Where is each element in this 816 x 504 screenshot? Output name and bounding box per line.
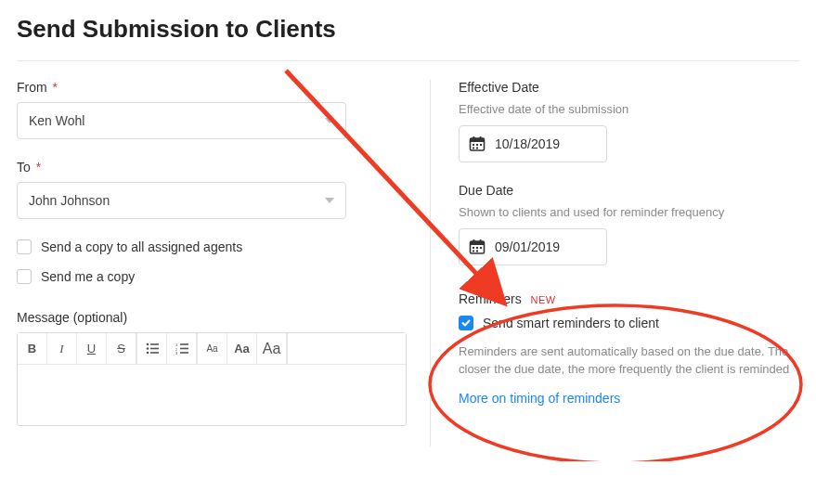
- svg-rect-1: [150, 343, 159, 345]
- right-column: Effective Date Effective date of the sub…: [430, 80, 799, 446]
- svg-rect-22: [471, 241, 485, 245]
- text-large-button[interactable]: Aa: [257, 333, 287, 364]
- svg-rect-23: [473, 239, 475, 242]
- message-label: Message (optional): [17, 310, 402, 325]
- svg-rect-9: [180, 348, 188, 350]
- bold-button[interactable]: B: [18, 333, 47, 364]
- required-asterisk: *: [53, 80, 58, 95]
- svg-rect-3: [150, 348, 159, 350]
- copy-agents-label: Send a copy to all assigned agents: [41, 239, 242, 254]
- svg-text:3: 3: [175, 351, 178, 355]
- strikethrough-button[interactable]: S: [107, 333, 136, 364]
- to-value: John Johnson: [29, 193, 110, 208]
- reminders-label: Reminders NEW: [459, 291, 799, 306]
- due-date-label: Due Date: [459, 183, 799, 198]
- calendar-icon: [469, 136, 486, 152]
- message-editor: B I U S: [17, 332, 407, 426]
- effective-date-value: 10/18/2019: [495, 136, 560, 151]
- svg-rect-11: [180, 352, 188, 354]
- svg-rect-26: [476, 247, 478, 249]
- due-date-sub: Shown to clients and used for reminder f…: [459, 205, 799, 219]
- svg-rect-20: [476, 148, 478, 149]
- left-column: From * Ken Wohl To * John Johnson Send a…: [17, 80, 430, 446]
- numbered-list-icon: 1 2 3: [175, 342, 188, 355]
- new-badge: NEW: [531, 294, 556, 305]
- smart-reminders-checkbox-row[interactable]: Send smart reminders to client: [459, 316, 799, 330]
- italic-button[interactable]: I: [47, 333, 77, 364]
- chevron-down-icon: [325, 198, 334, 203]
- copy-me-checkbox-row[interactable]: Send me a copy: [17, 269, 402, 284]
- effective-date-sub: Effective date of the submission: [459, 102, 799, 116]
- due-date-input[interactable]: 09/01/2019: [459, 228, 607, 265]
- copy-agents-checkbox-row[interactable]: Send a copy to all assigned agents: [17, 239, 402, 254]
- underline-button[interactable]: U: [77, 333, 107, 364]
- to-label: To *: [17, 160, 402, 174]
- svg-rect-13: [471, 138, 485, 142]
- effective-date-label: Effective Date: [459, 80, 799, 95]
- svg-rect-29: [476, 251, 478, 252]
- svg-point-2: [146, 347, 149, 350]
- svg-rect-17: [476, 144, 478, 146]
- svg-rect-28: [473, 251, 474, 252]
- message-textarea[interactable]: [18, 365, 406, 425]
- svg-rect-7: [180, 343, 188, 345]
- from-label: From *: [17, 80, 402, 95]
- effective-date-input[interactable]: 10/18/2019: [459, 125, 607, 162]
- checkbox-unchecked-icon: [17, 269, 32, 284]
- svg-rect-19: [473, 148, 474, 149]
- editor-toolbar: B I U S: [18, 333, 406, 365]
- due-date-value: 09/01/2019: [495, 239, 560, 254]
- chevron-down-icon: [325, 118, 334, 123]
- svg-rect-24: [480, 239, 482, 242]
- bullet-list-icon: [146, 342, 159, 355]
- svg-rect-16: [473, 144, 474, 146]
- svg-rect-14: [473, 136, 475, 139]
- svg-rect-25: [473, 247, 474, 249]
- reminders-label-text: Reminders: [459, 291, 522, 306]
- page-title: Send Submission to Clients: [17, 15, 799, 44]
- calendar-icon: [469, 239, 486, 255]
- svg-rect-15: [480, 136, 482, 139]
- bullet-list-button[interactable]: [137, 333, 167, 364]
- to-select[interactable]: John Johnson: [17, 182, 346, 219]
- checkbox-unchecked-icon: [17, 239, 32, 254]
- smart-reminders-label: Send smart reminders to client: [483, 316, 659, 330]
- from-label-text: From: [17, 80, 47, 95]
- svg-rect-18: [480, 144, 482, 146]
- svg-rect-27: [480, 247, 482, 249]
- from-value: Ken Wohl: [29, 113, 84, 128]
- numbered-list-button[interactable]: 1 2 3: [167, 333, 197, 364]
- reminders-more-link[interactable]: More on timing of reminders: [459, 391, 620, 406]
- from-select[interactable]: Ken Wohl: [17, 102, 346, 139]
- svg-point-4: [146, 352, 149, 355]
- svg-point-0: [146, 343, 149, 346]
- copy-me-label: Send me a copy: [41, 269, 135, 284]
- text-medium-button[interactable]: Aa: [227, 333, 257, 364]
- svg-rect-5: [150, 352, 159, 354]
- required-asterisk: *: [36, 160, 41, 174]
- checkbox-checked-icon: [459, 316, 473, 330]
- divider: [17, 60, 799, 61]
- to-label-text: To: [17, 160, 31, 174]
- text-small-button[interactable]: Aa: [198, 333, 227, 364]
- reminders-description: Reminders are sent automatically based o…: [459, 343, 799, 379]
